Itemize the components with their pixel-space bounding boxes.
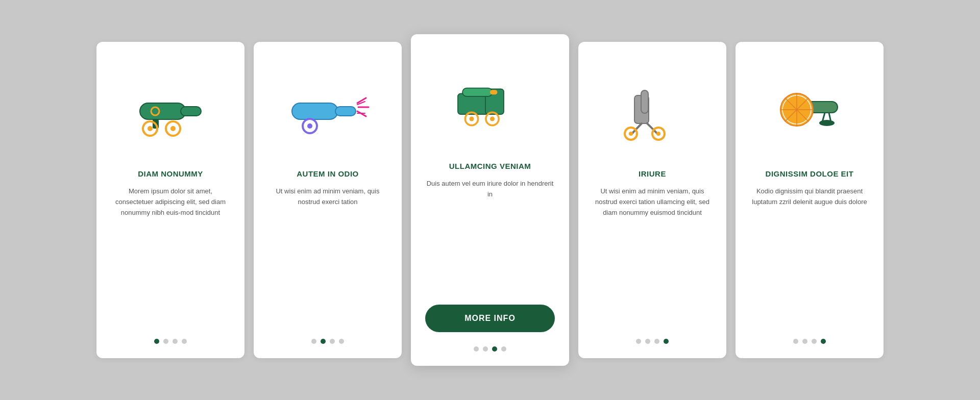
svg-line-10 — [357, 98, 366, 103]
card-4: IRIURE Ut wisi enim ad minim veniam, qui… — [578, 42, 726, 358]
dot — [483, 346, 488, 352]
card-4-title: IRIURE — [639, 169, 666, 178]
more-info-button[interactable]: MORE INFO — [425, 305, 555, 332]
card-3: ULLAMCING VENIAM Duis autem vel eum iriu… — [411, 34, 569, 366]
card-3-icon — [425, 49, 555, 152]
card-2-icon — [268, 57, 387, 159]
svg-point-4 — [148, 126, 153, 131]
svg-point-30 — [629, 132, 633, 136]
svg-point-24 — [490, 117, 495, 121]
dot — [163, 339, 168, 344]
card-3-title: ULLAMCING VENIAM — [449, 162, 531, 170]
svg-point-22 — [470, 117, 474, 121]
dot-active — [154, 339, 159, 344]
card-5: DIGNISSIM DOLOE EIT Kodio dignissim qui … — [736, 42, 884, 358]
svg-rect-9 — [335, 107, 356, 116]
dot — [636, 339, 641, 344]
dot — [812, 339, 817, 344]
card-5-icon — [750, 57, 869, 159]
card-4-icon — [593, 57, 712, 159]
card-5-title: DIGNISSIM DOLOE EIT — [766, 169, 854, 178]
dot — [802, 339, 807, 344]
dot — [645, 339, 650, 344]
svg-rect-8 — [292, 103, 338, 119]
card-2-text: Ut wisi enim ad minim veniam, quis nostr… — [268, 186, 387, 324]
svg-rect-19 — [462, 88, 493, 96]
card-4-text: Ut wisi enim ad minim veniam, quis nostr… — [593, 186, 712, 324]
dot-active — [321, 339, 326, 344]
dot — [330, 339, 335, 344]
svg-rect-20 — [490, 90, 497, 94]
card-4-dots — [636, 339, 669, 344]
dot — [173, 339, 178, 344]
svg-point-42 — [819, 120, 835, 126]
card-5-dots — [793, 339, 826, 344]
dot — [311, 339, 316, 344]
dot — [501, 346, 506, 352]
dot-active — [821, 339, 826, 344]
svg-rect-0 — [140, 103, 186, 119]
card-1-dots — [154, 339, 187, 344]
svg-rect-26 — [641, 90, 648, 113]
card-3-text: Duis autem vel eum iriure dolor in hendr… — [425, 179, 555, 294]
svg-point-32 — [656, 132, 660, 136]
card-1: DIAM NONUMMY Morem ipsum dolor sit amet,… — [96, 42, 244, 358]
dot — [474, 346, 479, 352]
dot — [182, 339, 187, 344]
card-1-title: DIAM NONUMMY — [138, 169, 203, 178]
dot — [793, 339, 798, 344]
card-2: AUTEM IN ODIO Ut wisi enim ad minim veni… — [254, 42, 402, 358]
dot-active — [492, 346, 497, 352]
card-2-dots — [311, 339, 344, 344]
card-3-dots — [474, 346, 506, 352]
svg-point-6 — [170, 126, 176, 131]
card-2-title: AUTEM IN ODIO — [297, 169, 359, 178]
dot — [339, 339, 344, 344]
card-5-text: Kodio dignissim qui blandit praesent lup… — [750, 186, 869, 324]
dot-active — [664, 339, 669, 344]
card-1-icon — [111, 57, 230, 159]
svg-rect-1 — [181, 107, 201, 116]
card-1-text: Morem ipsum dolor sit amet, consectetuer… — [111, 186, 230, 324]
dot — [654, 339, 659, 344]
svg-point-16 — [307, 123, 312, 129]
cards-container: DIAM NONUMMY Morem ipsum dolor sit amet,… — [66, 14, 914, 386]
